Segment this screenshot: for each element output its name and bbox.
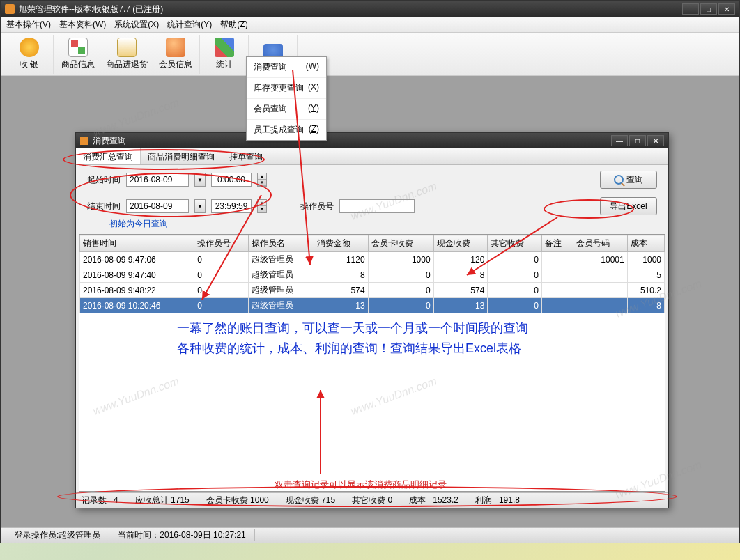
end-label: 结束时间 bbox=[87, 201, 121, 212]
col-other[interactable]: 其它收费 bbox=[488, 235, 542, 252]
table-cell: 0 bbox=[194, 283, 249, 298]
col-remark[interactable]: 备注 bbox=[542, 235, 573, 252]
sum-cost: 成本 1523.2 bbox=[409, 495, 458, 506]
maximize-button[interactable]: □ bbox=[700, 3, 717, 15]
table-cell: 10001 bbox=[573, 252, 628, 267]
table-cell: 5 bbox=[627, 267, 664, 283]
col-cost[interactable]: 成本 bbox=[627, 235, 664, 252]
sum-total: 应收总计 1715 bbox=[135, 495, 190, 506]
table-cell: 2016-08-09 10:20:46 bbox=[80, 298, 194, 313]
tool-cashier[interactable]: 收 银 bbox=[5, 35, 54, 74]
main-statusbar: 登录操作员:超级管理员 当前时间：2016-08-09日 10:27:21 bbox=[1, 527, 739, 543]
close-button[interactable]: ✕ bbox=[718, 3, 735, 15]
col-opno[interactable]: 操作员号 bbox=[194, 235, 249, 252]
sub-title: 消费查询 bbox=[93, 135, 611, 147]
table-row[interactable]: 2016-08-09 9:48:220超级管理员57405740510.2 bbox=[80, 283, 665, 298]
main-window-controls: — □ ✕ bbox=[682, 3, 735, 15]
start-date-input[interactable] bbox=[126, 173, 189, 187]
menu-settings[interactable]: 系统设置(X) bbox=[114, 19, 159, 31]
start-time-input[interactable] bbox=[211, 173, 252, 187]
consume-query-window: 消费查询 — □ ✕ 消费汇总查询 商品消费明细查询 挂单查询 起始时间 ▼ ▲… bbox=[75, 132, 669, 508]
query-button[interactable]: 查询 bbox=[600, 171, 657, 189]
cash-icon bbox=[20, 38, 39, 57]
main-title: 旭荣管理软件--版本:收银版7.7 (已注册) bbox=[19, 3, 682, 15]
search-icon bbox=[614, 175, 624, 185]
end-date-dropdown[interactable]: ▼ bbox=[194, 199, 206, 213]
main-titlebar: 旭荣管理软件--版本:收银版7.7 (已注册) — □ ✕ bbox=[1, 1, 739, 17]
tab-pending[interactable]: 挂单查询 bbox=[222, 148, 270, 164]
tab-summary[interactable]: 消费汇总查询 bbox=[76, 148, 141, 164]
sub-close-button[interactable]: ✕ bbox=[647, 135, 664, 146]
table-row[interactable]: 2016-08-09 10:20:460超级管理员1301308 bbox=[80, 298, 665, 313]
table-row[interactable]: 2016-08-09 9:47:400超级管理员80805 bbox=[80, 267, 665, 283]
table-cell bbox=[542, 252, 573, 267]
dd-consume-query[interactable]: 消费查询(W) bbox=[247, 57, 326, 78]
col-amount[interactable]: 消费金额 bbox=[314, 235, 368, 252]
table-cell: 1120 bbox=[314, 252, 368, 267]
table-cell bbox=[542, 298, 573, 313]
sub-minimize-button[interactable]: — bbox=[611, 135, 628, 146]
end-date-input[interactable] bbox=[126, 199, 189, 213]
col-member[interactable]: 会员号码 bbox=[573, 235, 628, 252]
end-time-input[interactable] bbox=[211, 199, 252, 213]
start-label: 起始时间 bbox=[87, 174, 121, 186]
table-cell: 120 bbox=[433, 252, 488, 267]
dd-member-query[interactable]: 会员查询(Y) bbox=[247, 99, 326, 120]
table-cell: 8 bbox=[627, 298, 664, 313]
table-header-row: 销售时间 操作员号 操作员名 消费金额 会员卡收费 现金收费 其它收费 备注 会… bbox=[80, 235, 665, 252]
sum-other: 其它收费 0 bbox=[352, 495, 392, 506]
table-cell: 8 bbox=[314, 267, 368, 283]
menu-basic-data[interactable]: 基本资料(W) bbox=[59, 19, 106, 31]
table-cell bbox=[542, 283, 573, 298]
end-time-spinner[interactable]: ▲▼ bbox=[257, 199, 267, 213]
start-time-spinner[interactable]: ▲▼ bbox=[257, 173, 267, 187]
table-cell: 0 bbox=[368, 283, 433, 298]
tool-cashier-label: 收 银 bbox=[20, 59, 38, 70]
menu-help[interactable]: 帮助(Z) bbox=[220, 19, 247, 31]
menu-stats[interactable]: 统计查询(Y) bbox=[167, 19, 212, 31]
table-cell: 0 bbox=[194, 267, 249, 283]
table-cell: 510.2 bbox=[627, 283, 664, 298]
col-card[interactable]: 会员卡收费 bbox=[368, 235, 433, 252]
sum-profit: 利润 191.8 bbox=[475, 495, 520, 506]
results-table: 销售时间 操作员号 操作员名 消费金额 会员卡收费 现金收费 其它收费 备注 会… bbox=[79, 234, 665, 492]
table-cell bbox=[542, 267, 573, 283]
app-icon bbox=[5, 4, 15, 14]
sum-count: 记录数 4 bbox=[82, 495, 118, 506]
table-cell: 超级管理员 bbox=[248, 252, 314, 267]
tool-stock-label: 商品进退货 bbox=[106, 59, 148, 70]
operator-input[interactable] bbox=[339, 199, 415, 213]
minimize-button[interactable]: — bbox=[682, 3, 699, 15]
tab-detail[interactable]: 商品消费明细查询 bbox=[141, 148, 222, 164]
table-cell: 0 bbox=[488, 267, 542, 283]
table-cell: 2016-08-09 9:48:22 bbox=[80, 283, 194, 298]
stats-icon bbox=[215, 38, 234, 57]
toolbar: 收 银 商品信息 商品进退货 会员信息 统计 bbox=[1, 33, 739, 76]
col-opname[interactable]: 操作员名 bbox=[248, 235, 314, 252]
dd-stock-change-query[interactable]: 库存变更查询(X) bbox=[247, 78, 326, 99]
menu-basic-ops[interactable]: 基本操作(V) bbox=[6, 19, 51, 31]
tool-stats-label: 统计 bbox=[216, 59, 233, 70]
table-cell: 0 bbox=[368, 267, 433, 283]
sub-maximize-button[interactable]: □ bbox=[629, 135, 646, 146]
table-cell: 2016-08-09 9:47:06 bbox=[80, 252, 194, 267]
member-icon bbox=[166, 38, 185, 57]
table-row[interactable]: 2016-08-09 9:47:060超级管理员1120100012001000… bbox=[80, 252, 665, 267]
table-cell bbox=[573, 298, 628, 313]
tool-stats[interactable]: 统计 bbox=[200, 35, 249, 74]
tool-stock[interactable]: 商品进退货 bbox=[102, 35, 151, 74]
tool-member[interactable]: 会员信息 bbox=[151, 35, 200, 74]
export-excel-button[interactable]: 导出Excel bbox=[600, 197, 657, 215]
table-cell: 0 bbox=[488, 283, 542, 298]
filter-hint: 初始为今日查询 bbox=[76, 218, 668, 230]
table-cell: 0 bbox=[488, 252, 542, 267]
tool-goods[interactable]: 商品信息 bbox=[54, 35, 102, 74]
col-cash[interactable]: 现金收费 bbox=[433, 235, 488, 252]
dd-staff-commission-query[interactable]: 员工提成查询(Z) bbox=[247, 120, 326, 140]
stock-icon bbox=[117, 38, 137, 57]
start-date-dropdown[interactable]: ▼ bbox=[194, 173, 206, 187]
sub-app-icon bbox=[80, 137, 88, 145]
table-cell: 1000 bbox=[368, 252, 433, 267]
col-time[interactable]: 销售时间 bbox=[80, 235, 194, 252]
sub-titlebar: 消费查询 — □ ✕ bbox=[76, 133, 668, 148]
